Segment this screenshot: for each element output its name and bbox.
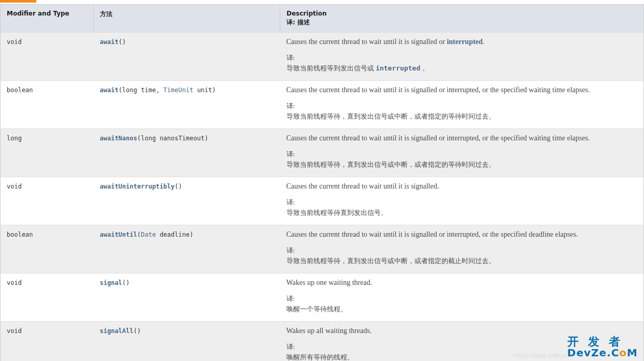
cell-modifier-type: void — [1, 177, 94, 225]
method-name-link[interactable]: awaitNanos — [100, 135, 137, 142]
cell-method: await() — [94, 33, 280, 81]
translation-label: 译: — [287, 246, 638, 255]
param-type-link[interactable]: TimeUnit — [163, 86, 193, 94]
method-name-link[interactable]: awaitUninterruptibly — [100, 183, 175, 190]
method-signature: signalAll() — [100, 327, 141, 335]
translation-label: 译: — [287, 150, 638, 159]
return-type: boolean — [7, 231, 33, 238]
description-zh: 导致当前线程等待直到发出信号。 — [287, 208, 638, 218]
param-name: time — [141, 86, 156, 94]
table-row: voidsignal()Wakes up one waiting thread.… — [1, 273, 644, 322]
description-en: Wakes up all waiting threads. — [287, 327, 638, 335]
header-description-label: Description — [287, 10, 327, 17]
description-en: Causes the current thread to wait until … — [287, 38, 638, 46]
description-en: Causes the current thread to wait until … — [287, 86, 638, 94]
return-type: void — [7, 327, 22, 335]
translation-label: 译: — [287, 342, 638, 352]
cell-method: await(long time, TimeUnit unit) — [94, 81, 280, 129]
param-name: deadline — [160, 231, 190, 238]
translation-label: 译: — [287, 294, 638, 304]
table-row: voidawaitUninterruptibly()Causes the cur… — [1, 177, 644, 225]
param-type: long — [141, 135, 156, 142]
paren-open: ( — [119, 86, 122, 94]
return-type: boolean — [7, 86, 33, 94]
cell-description: Causes the current thread to wait until … — [280, 225, 644, 273]
cell-method: awaitUntil(Date deadline) — [94, 225, 280, 273]
description-zh: 导致当前线程等待，直到发出信号或中断，或者指定的等待时间过去。 — [287, 112, 638, 121]
cell-description: Causes the current thread to wait until … — [280, 129, 644, 177]
cell-modifier-type: long — [1, 129, 94, 177]
table-row: voidawait()Causes the current thread to … — [1, 33, 644, 81]
cell-method: signal() — [94, 273, 280, 322]
cell-method: awaitUninterruptibly() — [94, 177, 280, 225]
paren-close: ) — [212, 86, 216, 94]
cell-modifier-type: void — [1, 322, 94, 362]
desc-zh-prefix: 导致当前线程等到发出信号或 — [287, 64, 376, 72]
cell-description: Causes the current thread to wait until … — [280, 33, 644, 81]
description-zh: 唤醒一个等待线程。 — [287, 305, 638, 314]
interrupted-link-zh[interactable]: interrupted — [376, 64, 420, 72]
translation-label: 译: — [287, 198, 638, 207]
desc-en-prefix: Causes the current thread to wait until … — [287, 38, 447, 46]
description-zh: 导致当前线程等待，直到发出信号或中断，或者指定的等待时间过去。 — [287, 160, 638, 169]
method-signature: awaitUntil(Date deadline) — [100, 231, 194, 238]
params-empty: () — [122, 279, 130, 286]
params-empty: () — [119, 38, 126, 46]
param-type: long — [122, 86, 137, 94]
paren-close: ) — [205, 135, 208, 142]
cell-method: signalAll() — [94, 322, 280, 362]
params-empty: () — [134, 327, 141, 335]
translation-label: 译: — [287, 53, 638, 63]
table-header-row: Modifier and Type 方法 Description 译: 描述 — [1, 5, 644, 33]
cell-description: Causes the current thread to wait until … — [280, 177, 644, 225]
return-type: void — [7, 183, 22, 190]
method-signature: awaitUninterruptibly() — [100, 183, 182, 190]
method-signature: await() — [100, 38, 126, 46]
cell-description: Causes the current thread to wait until … — [280, 81, 644, 129]
cell-description: Wakes up one waiting thread.译:唤醒一个等待线程。 — [280, 273, 644, 322]
param-name: unit — [197, 86, 212, 94]
method-signature: signal() — [100, 279, 130, 286]
description-en: Causes the current thread to wait until … — [287, 182, 638, 191]
desc-zh-suffix: 。 — [420, 64, 429, 72]
translation-label: 译: — [287, 102, 638, 111]
params-empty: () — [175, 183, 182, 190]
paren-close: ) — [190, 231, 193, 238]
header-method: 方法 — [94, 5, 280, 33]
paren-open: ( — [137, 135, 141, 142]
table-row: booleanawait(long time, TimeUnit unit)Ca… — [1, 81, 644, 129]
return-type: long — [7, 135, 22, 142]
description-zh: 导致当前线程等待，直到发出信号或中断，或者指定的截止时间过去。 — [287, 256, 638, 266]
method-name-link[interactable]: await — [100, 38, 119, 46]
accent-bar — [0, 0, 36, 3]
param-type-link[interactable]: Date — [141, 231, 156, 238]
method-summary-table: Modifier and Type 方法 Description 译: 描述 v… — [0, 4, 644, 361]
description-zh: 导致当前线程等到发出信号或 interrupted 。 — [287, 64, 638, 73]
cell-modifier-type: boolean — [1, 225, 94, 273]
interrupted-link[interactable]: interrupted — [447, 38, 482, 46]
desc-en-suffix: . — [483, 38, 485, 46]
return-type: void — [7, 279, 22, 286]
description-en: Causes the current thread to wait until … — [287, 230, 638, 239]
cell-modifier-type: void — [1, 33, 94, 81]
table-row: longawaitNanos(long nanosTimeout)Causes … — [1, 129, 644, 177]
method-name-link[interactable]: awaitUntil — [100, 231, 137, 238]
paren-open: ( — [137, 231, 141, 238]
return-type: void — [7, 38, 22, 46]
method-signature: await(long time, TimeUnit unit) — [100, 86, 216, 94]
cell-method: awaitNanos(long nanosTimeout) — [94, 129, 280, 177]
header-modifier-type: Modifier and Type — [1, 5, 94, 33]
cell-modifier-type: void — [1, 273, 94, 322]
header-description-sublabel: 译: 描述 — [287, 18, 637, 27]
method-name-link[interactable]: signalAll — [100, 327, 134, 335]
table-row: voidsignalAll()Wakes up all waiting thre… — [1, 322, 644, 362]
cell-modifier-type: boolean — [1, 81, 94, 129]
param-name: nanosTimeout — [160, 135, 205, 142]
method-signature: awaitNanos(long nanosTimeout) — [100, 135, 209, 142]
description-en: Wakes up one waiting thread. — [287, 279, 638, 287]
description-en: Causes the current thread to wait until … — [287, 134, 638, 142]
method-name-link[interactable]: await — [100, 86, 119, 94]
method-name-link[interactable]: signal — [100, 279, 122, 286]
cell-description: Wakes up all waiting threads.译:唤醒所有等待的线程… — [280, 322, 644, 362]
description-zh: 唤醒所有等待的线程。 — [287, 353, 638, 361]
